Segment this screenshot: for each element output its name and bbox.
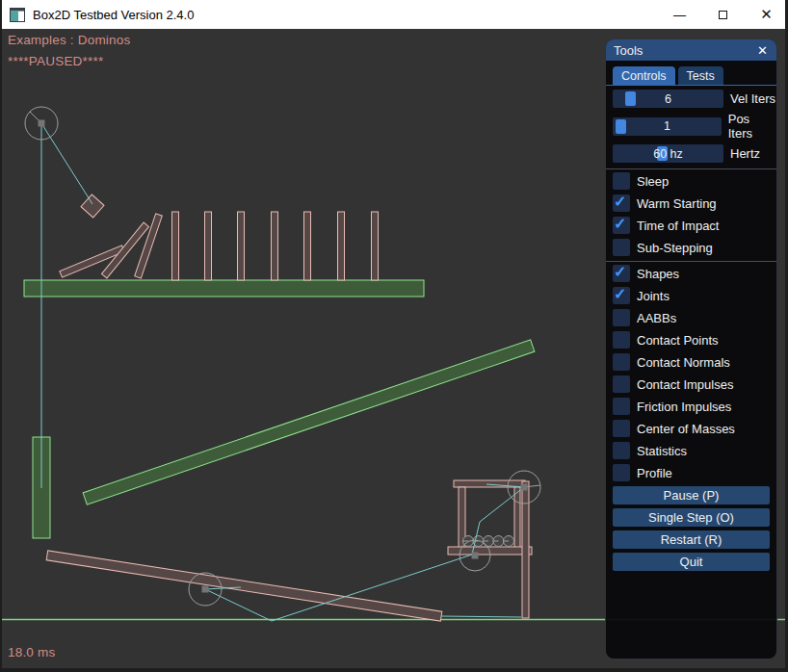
- checkbox-label: AABBs: [637, 311, 676, 325]
- tilted-ramp: [83, 340, 535, 504]
- app-window: Box2D Testbed Version 2.4.0 — ✕: [0, 0, 788, 672]
- seesaw-plank[interactable]: [46, 551, 442, 621]
- os-titlebar: Box2D Testbed Version 2.4.0 — ✕: [0, 0, 788, 29]
- checkbox-joints[interactable]: ✓ Joints: [613, 287, 776, 304]
- slider-value: 6: [613, 90, 723, 108]
- maximize-button[interactable]: [701, 0, 745, 29]
- checkbox-contact-points[interactable]: ✓ Contact Points: [613, 331, 776, 349]
- maximize-icon: [719, 11, 727, 19]
- pendulum-box[interactable]: [81, 194, 104, 218]
- domino[interactable]: [372, 212, 379, 280]
- single-step-button[interactable]: Single Step (O): [613, 508, 770, 527]
- checkbox-label: Contact Normals: [637, 355, 730, 370]
- vel-iters-slider[interactable]: 6: [613, 90, 723, 108]
- slider-value: 1: [613, 117, 722, 136]
- paused-label: ****PAUSED****: [8, 54, 103, 68]
- separator: [606, 168, 776, 169]
- tab-bar: Controls Tests: [613, 66, 776, 85]
- checkbox-center-of-masses[interactable]: ✓ Center of Masses: [613, 420, 776, 437]
- domino[interactable]: [172, 212, 179, 280]
- tools-panel-titlebar[interactable]: Tools ✕: [606, 39, 776, 61]
- joint-anchor: [472, 553, 479, 559]
- tools-panel: Tools ✕ Controls Tests 6 Vel Iters 1: [605, 39, 777, 659]
- tab-tests[interactable]: Tests: [678, 66, 723, 85]
- checkbox-box[interactable]: ✓: [613, 172, 630, 190]
- checkbox-box[interactable]: ✓: [613, 420, 630, 437]
- checkbox-box[interactable]: ✓: [613, 217, 630, 234]
- domino[interactable]: [338, 212, 345, 280]
- panel-close-icon[interactable]: ✕: [754, 42, 771, 59]
- checkbox-friction-impulses[interactable]: ✓ Friction Impulses: [613, 398, 776, 415]
- checkbox-label: Time of Impact: [637, 219, 719, 233]
- checkbox-box[interactable]: ✓: [613, 353, 630, 371]
- hertz-slider[interactable]: 60 hz: [613, 144, 723, 163]
- checkbox-box[interactable]: ✓: [613, 442, 630, 459]
- checkbox-box[interactable]: ✓: [613, 309, 630, 326]
- frame-right-post[interactable]: [514, 487, 520, 549]
- slider-label: Vel Iters: [730, 91, 775, 106]
- panel-buttons: Pause (P) Single Step (O) Restart (R) Qu…: [613, 486, 776, 571]
- check-icon: ✓: [614, 263, 626, 281]
- checkbox-label: Contact Impulses: [637, 377, 733, 392]
- pause-button[interactable]: Pause (P): [613, 486, 770, 504]
- domino[interactable]: [135, 214, 163, 278]
- checkbox-warm-starting[interactable]: ✓ Warm Starting: [613, 194, 776, 212]
- checkbox-box[interactable]: ✓: [613, 239, 630, 256]
- domino[interactable]: [238, 212, 245, 280]
- tab-underline: [606, 85, 776, 86]
- checkbox-time-of-impact[interactable]: ✓ Time of Impact: [613, 217, 776, 234]
- tall-post[interactable]: [522, 481, 529, 618]
- checkbox-box[interactable]: ✓: [613, 194, 630, 212]
- slider-row: 60 hz Hertz: [613, 144, 776, 163]
- check-icon: ✓: [614, 215, 626, 233]
- slider-row: 1 Pos Iters: [613, 112, 776, 141]
- simulation-canvas[interactable]: Examples : Dominos ****PAUSED**** 18.0 m…: [0, 29, 788, 672]
- close-button[interactable]: ✕: [745, 0, 788, 29]
- slider-row: 6 Vel Iters: [613, 90, 776, 108]
- minimize-button[interactable]: —: [658, 0, 701, 29]
- joint-anchor: [39, 120, 45, 127]
- checkbox-shapes[interactable]: ✓ Shapes: [613, 265, 776, 282]
- checkbox-label: Profile: [637, 466, 672, 480]
- slider-label: Pos Iters: [728, 112, 776, 141]
- checkbox-aabbs[interactable]: ✓ AABBs: [613, 309, 776, 326]
- checkbox-box[interactable]: ✓: [613, 331, 630, 349]
- joint-line: [41, 123, 92, 204]
- checkbox-label: Friction Impulses: [637, 400, 731, 414]
- quit-button[interactable]: Quit: [613, 553, 770, 571]
- checkbox-statistics[interactable]: ✓ Statistics: [613, 442, 776, 459]
- tools-panel-title: Tools: [614, 43, 643, 58]
- checkbox-contact-impulses[interactable]: ✓ Contact Impulses: [613, 375, 776, 393]
- checkbox-label: Statistics: [637, 444, 687, 458]
- window-title: Box2D Testbed Version 2.4.0: [33, 8, 194, 22]
- checkbox-sleep[interactable]: ✓ Sleep: [613, 172, 776, 190]
- checkbox-box[interactable]: ✓: [613, 464, 630, 481]
- tab-controls[interactable]: Controls: [613, 66, 675, 85]
- check-icon: ✓: [614, 285, 626, 303]
- checkbox-box[interactable]: ✓: [613, 265, 630, 282]
- restart-button[interactable]: Restart (R): [613, 530, 770, 549]
- app-icon: [10, 8, 25, 22]
- checkbox-box[interactable]: ✓: [613, 398, 630, 415]
- domino[interactable]: [205, 212, 212, 280]
- separator: [606, 261, 776, 262]
- joint-line: [272, 555, 472, 621]
- checkbox-label: Sleep: [637, 174, 669, 189]
- slider-label: Hertz: [730, 146, 760, 161]
- domino[interactable]: [304, 212, 311, 280]
- checkbox-profile[interactable]: ✓ Profile: [613, 464, 776, 481]
- joint-anchor: [521, 484, 528, 491]
- slider-value: 60 hz: [613, 144, 723, 163]
- domino-shelf: [24, 280, 424, 297]
- domino[interactable]: [272, 212, 278, 280]
- checkbox-label: Contact Points: [637, 333, 719, 348]
- checkbox-contact-normals[interactable]: ✓ Contact Normals: [613, 353, 776, 371]
- checkbox-sub-stepping[interactable]: ✓ Sub-Stepping: [613, 239, 776, 256]
- checkbox-label: Shapes: [637, 267, 679, 281]
- checkbox-box[interactable]: ✓: [613, 375, 630, 393]
- pos-iters-slider[interactable]: 1: [613, 117, 722, 136]
- frame-time-label: 18.0 ms: [8, 645, 55, 659]
- joint-line: [205, 589, 272, 621]
- checkbox-box[interactable]: ✓: [613, 287, 630, 304]
- example-label: Examples : Dominos: [8, 33, 130, 47]
